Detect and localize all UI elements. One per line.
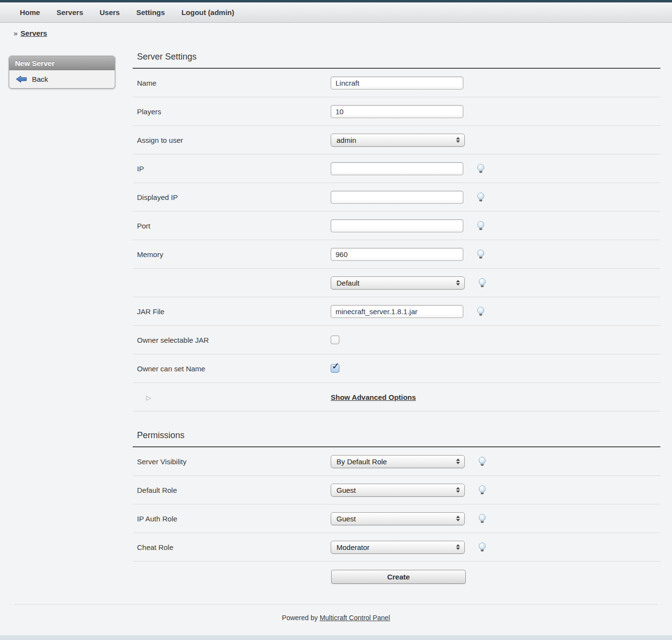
breadcrumb-marker: » — [14, 29, 17, 37]
form-row-assign-to-user: Assign to user admin — [133, 126, 660, 154]
displayed-ip-input[interactable] — [331, 191, 463, 204]
breadcrumb-link-servers[interactable]: Servers — [20, 29, 47, 37]
server-visibility-help-lightbulb-icon[interactable] — [477, 457, 487, 467]
port-help-lightbulb-icon[interactable] — [476, 221, 486, 231]
form-row-ip-auth-role: IP Auth Role Guest — [133, 504, 660, 533]
select-arrows-icon — [456, 516, 460, 521]
jar-file-input[interactable] — [331, 305, 463, 318]
back-button-label: Back — [32, 75, 48, 83]
breadcrumb: »Servers — [0, 23, 672, 42]
default-option-select-value: Default — [336, 279, 360, 287]
form-row-owner-selectable-jar: Owner selectable JAR — [133, 326, 660, 354]
disclosure-triangle-icon[interactable]: ▷ — [137, 394, 151, 401]
cheat-role-select[interactable]: Moderator — [331, 541, 465, 554]
players-label: Players — [133, 107, 331, 116]
ip-auth-role-help-lightbulb-icon[interactable] — [477, 514, 487, 524]
server-visibility-select-value: By Default Role — [336, 457, 387, 466]
form-row-cheat-role: Cheat Role Moderator — [133, 533, 660, 562]
assign-to-user-label: Assign to user — [133, 136, 331, 144]
form-row-advanced-options: ▷ Show Advanced Options — [133, 383, 660, 411]
sidebar-panel: New Server Back — [9, 56, 115, 89]
default-role-help-lightbulb-icon[interactable] — [477, 485, 487, 495]
form-content: Server Settings Name Players Assign to u… — [133, 51, 660, 597]
players-input[interactable] — [331, 105, 463, 118]
nav-item-logout[interactable]: Logout (admin) — [173, 2, 243, 23]
memory-help-lightbulb-icon[interactable] — [476, 249, 486, 259]
ip-label: IP — [133, 165, 331, 173]
name-label: Name — [133, 79, 331, 87]
nav-item-users[interactable]: Users — [92, 2, 128, 23]
owner-selectable-jar-checkbox[interactable] — [331, 335, 339, 344]
default-role-select[interactable]: Guest — [331, 484, 465, 497]
nav-item-servers[interactable]: Servers — [48, 2, 92, 23]
owner-can-set-name-label: Owner can set Name — [133, 365, 331, 373]
nav-item-home[interactable]: Home — [12, 2, 48, 23]
back-arrow-icon — [15, 75, 27, 83]
select-arrows-icon — [456, 458, 460, 464]
nav-item-settings[interactable]: Settings — [128, 2, 173, 23]
default-role-select-value: Guest — [336, 486, 356, 494]
port-label: Port — [133, 222, 331, 230]
select-arrows-icon — [456, 137, 460, 143]
select-arrows-icon — [456, 487, 460, 493]
form-row-displayed-ip: Displayed IP — [133, 183, 660, 212]
checkmark-icon: ✓ — [332, 360, 340, 372]
memory-input[interactable] — [331, 248, 463, 261]
ip-help-lightbulb-icon[interactable] — [476, 164, 486, 174]
main-nav: Home Servers Users Settings Logout (admi… — [0, 2, 672, 23]
assign-to-user-select[interactable]: admin — [331, 134, 465, 147]
owner-selectable-jar-label: Owner selectable JAR — [133, 336, 331, 344]
cheat-role-help-lightbulb-icon[interactable] — [477, 542, 487, 552]
owner-can-set-name-checkbox[interactable]: ✓ — [331, 364, 339, 373]
form-row-memory: Memory — [133, 240, 660, 269]
ip-auth-role-select-value: Guest — [336, 515, 356, 523]
main-area: New Server Back Server Settings Name Pla… — [0, 51, 672, 597]
select-arrows-icon — [456, 280, 460, 286]
back-button[interactable]: Back — [9, 70, 115, 88]
default-option-select[interactable]: Default — [331, 276, 465, 290]
footer-prefix: Powered by — [282, 614, 318, 622]
permissions-heading: Permissions — [137, 430, 660, 441]
ip-auth-role-label: IP Auth Role — [133, 515, 331, 523]
select-arrows-icon — [456, 544, 460, 550]
form-row-default-role: Default Role Guest — [133, 476, 660, 504]
page: Home Servers Users Settings Logout (admi… — [0, 0, 672, 640]
name-input[interactable] — [331, 76, 463, 90]
show-advanced-options-link[interactable]: Show Advanced Options — [331, 393, 416, 401]
port-input[interactable] — [331, 219, 463, 232]
form-row-players: Players — [133, 97, 660, 126]
form-row-port: Port — [133, 212, 660, 240]
displayed-ip-help-lightbulb-icon[interactable] — [476, 192, 486, 202]
jar-file-help-lightbulb-icon[interactable] — [476, 306, 486, 317]
assign-to-user-select-value: admin — [336, 136, 356, 144]
default-role-label: Default Role — [133, 486, 331, 494]
footer: Powered by Multicraft Control Panel — [0, 605, 672, 625]
sidebar-title: New Server — [9, 56, 115, 70]
form-row-jar-file: JAR File — [133, 297, 660, 326]
default-option-help-lightbulb-icon[interactable] — [477, 278, 487, 288]
create-button[interactable]: Create — [331, 570, 466, 584]
displayed-ip-label: Displayed IP — [133, 193, 331, 201]
ip-input[interactable] — [331, 162, 463, 175]
server-visibility-select[interactable]: By Default Role — [331, 455, 465, 468]
form-row-default-option: Default — [133, 269, 660, 297]
form-row-server-visibility: Server Visibility By Default Role — [133, 447, 660, 476]
cheat-role-label: Cheat Role — [133, 543, 331, 551]
bottom-accent-bar — [0, 635, 672, 640]
form-row-name: Name — [133, 69, 660, 97]
cheat-role-select-value: Moderator — [336, 543, 369, 551]
jar-file-label: JAR File — [133, 307, 331, 316]
ip-auth-role-select[interactable]: Guest — [331, 512, 465, 525]
form-row-ip: IP — [133, 154, 660, 183]
form-row-owner-can-set-name: Owner can set Name ✓ — [133, 354, 660, 383]
form-row-create: Create — [133, 562, 660, 597]
server-settings-heading: Server Settings — [137, 51, 660, 62]
server-visibility-label: Server Visibility — [133, 457, 331, 466]
memory-label: Memory — [133, 250, 331, 259]
multicraft-control-panel-link[interactable]: Multicraft Control Panel — [320, 614, 390, 622]
